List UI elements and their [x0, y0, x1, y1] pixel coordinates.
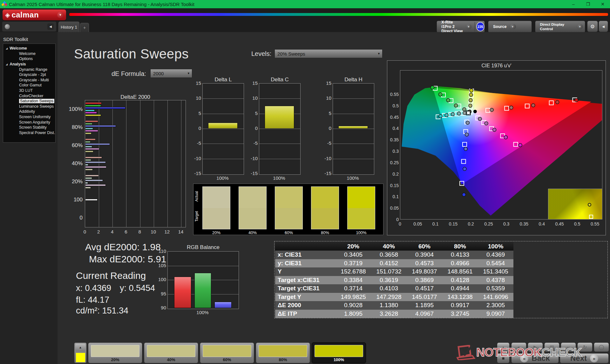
- table-cell: 3.2745: [442, 310, 478, 318]
- source-selector[interactable]: Source ▼: [488, 21, 532, 33]
- table-cell: 0.9028: [336, 301, 371, 310]
- status-orb-icon[interactable]: [5, 24, 10, 29]
- sidebar-item-grayscale-multi[interactable]: Grayscale - Multi: [3, 78, 55, 83]
- sidebar-item-screen-stability[interactable]: Screen Stability: [3, 125, 55, 130]
- toolbar-mini-button-5[interactable]: ◯: [594, 342, 609, 352]
- actual-swatch: [275, 187, 302, 208]
- display-control-dropdown-icon[interactable]: ▼: [577, 24, 583, 29]
- deltae-bar: [85, 105, 101, 107]
- cie-x-tick: 0.2: [466, 221, 476, 226]
- toolbar-mini-button-1[interactable]: ▶: [528, 342, 543, 352]
- meter-dropdown-icon[interactable]: ▼: [466, 24, 472, 29]
- target-marker: [486, 108, 490, 112]
- calman-diamond-icon: ◈: [5, 11, 10, 19]
- grid-line: [333, 129, 374, 129]
- de-formula-dropdown[interactable]: 2000 ▼: [150, 69, 192, 78]
- toolbar-mini-icon-0: ●: [517, 345, 520, 350]
- sidebar-item-dynamic-range[interactable]: Dynamic Range: [3, 67, 55, 72]
- cie-y-tick: 0: [388, 217, 399, 222]
- minimize-icon[interactable]: –: [566, 0, 581, 8]
- swatch-percent-label: 100%: [347, 230, 375, 235]
- patch-color-block: [259, 345, 307, 357]
- deltae-bar: [85, 141, 91, 143]
- display-control-selector[interactable]: Direct Display Control ▼: [535, 21, 585, 33]
- table-cell: 0.4378: [478, 276, 513, 285]
- next-chevron-icon: »: [590, 354, 598, 362]
- patch-button-60%[interactable]: 60%: [200, 342, 254, 363]
- restore-icon[interactable]: ❐: [581, 0, 595, 8]
- patch-selector-up-icon[interactable]: ▲: [75, 344, 85, 351]
- grid-line: [154, 100, 154, 227]
- y-tick-label: 15: [188, 80, 201, 86]
- tree-collapse-icon[interactable]: ◢: [6, 63, 8, 66]
- cie-diagram-panel: CIE 1976 u'v' 00.050.10.150.20.250.30.35…: [387, 60, 606, 235]
- next-button[interactable]: Next »: [560, 353, 609, 363]
- add-tab-button[interactable]: +: [80, 23, 89, 32]
- toolbar-mini-button-2[interactable]: ▥: [544, 342, 559, 352]
- actual-swatch: [239, 187, 266, 208]
- settings-gear-icon[interactable]: ⚙: [587, 21, 598, 32]
- calman-dropdown-icon[interactable]: ▼: [57, 12, 64, 18]
- sidebar-item-label: Welcome: [19, 51, 36, 56]
- patch-button-20%[interactable]: 20%: [88, 342, 142, 363]
- patch-button-40%[interactable]: 40%: [144, 342, 198, 363]
- cie-x-tick: 0.3: [501, 221, 512, 226]
- bar-shine: [85, 115, 101, 116]
- table-row: Target x:CIE310.33840.36190.38690.41280.…: [275, 276, 513, 285]
- sidebar-item-luminance-sweeps[interactable]: Luminance Sweeps: [3, 104, 55, 109]
- sidebar-item-screen-uniformity[interactable]: Screen Uniformity: [3, 114, 55, 120]
- tree-collapse-icon[interactable]: ◢: [6, 47, 8, 50]
- sidebar-item-label: Analysis: [10, 62, 26, 66]
- table-cell: 0.5359: [478, 284, 513, 293]
- patch-button-80%[interactable]: 80%: [256, 342, 310, 363]
- patch-color-block: [91, 345, 139, 357]
- calman-menu-button[interactable]: ◈ calman ▼: [3, 10, 66, 20]
- tab-history[interactable]: History 1: [58, 22, 79, 32]
- levels-dropdown[interactable]: 20% Sweeps ▼: [274, 49, 383, 58]
- patch-color-selector[interactable]: ▲: [74, 342, 87, 363]
- toolbar-mini-button-0[interactable]: ●: [511, 342, 526, 352]
- toolbar-mini-button-4[interactable]: ↻: [577, 342, 593, 352]
- grid-line: [140, 100, 140, 227]
- table-cell: 0.4152: [371, 259, 407, 268]
- sidebar-item-screen-angularity[interactable]: Screen Angularity: [3, 119, 55, 125]
- sidebar-item-grayscale-2pt[interactable]: Grayscale - 2pt: [3, 72, 55, 78]
- display-control-label: Direct Display Control: [540, 22, 574, 31]
- levels-dropdown-arrow-icon: ▼: [377, 52, 380, 55]
- sidebar-item-analysis[interactable]: ◢Analysis: [3, 62, 55, 67]
- actual-swatch: [203, 187, 230, 208]
- sidebar-item-welcome[interactable]: ◢Welcome: [3, 46, 55, 51]
- current-cdm2-value: cd/m²: 151.34: [76, 306, 128, 316]
- scroll-up-button[interactable]: ▲: [497, 342, 510, 352]
- meter-badge[interactable]: 235: [476, 22, 485, 31]
- meter-selector[interactable]: X-Rite i1Pro 2 Direct View ▼ 235: [437, 21, 485, 33]
- sidebar-item-additivity[interactable]: Additivity: [3, 109, 55, 114]
- sidebar-item-options[interactable]: Options: [3, 56, 55, 62]
- patch-label: 80%: [256, 357, 310, 362]
- bar-shine: [85, 151, 93, 152]
- deltae-bar: [85, 187, 91, 189]
- group-label: 60%: [64, 142, 83, 149]
- panel-collapse-icon[interactable]: ◀: [599, 21, 608, 32]
- deltae-chart-title: DeltaE 2000: [85, 94, 186, 100]
- patch-button-100%[interactable]: 100%: [312, 342, 366, 363]
- sidebar-item-welcome[interactable]: Welcome: [3, 51, 55, 57]
- sidebar-item-3d-lut[interactable]: 3D LUT: [3, 88, 55, 93]
- measured-marker: [510, 106, 513, 109]
- sidebar-item-label: Screen Stability: [19, 125, 47, 130]
- toolbar-mini-icon-2: ▥: [550, 344, 554, 350]
- stop-button[interactable]: ■: [497, 353, 510, 363]
- sidebar-collapse-icon[interactable]: ◀: [47, 24, 54, 30]
- source-dropdown-icon[interactable]: ▼: [509, 24, 516, 29]
- sidebar-item-spectral-power-dist-[interactable]: Spectral Power Dist.: [3, 130, 55, 136]
- toolbar-mini-button-3[interactable]: ∞: [561, 342, 576, 352]
- sidebar-item-saturation-sweeps[interactable]: Saturation Sweeps: [3, 98, 55, 104]
- sidebar-item-color-gamut[interactable]: Color Gamut: [3, 83, 55, 88]
- back-button[interactable]: « Back: [511, 353, 559, 363]
- deltae-bar: [85, 102, 102, 104]
- table-cell: 145.0177: [407, 293, 442, 301]
- deltae-bar: [85, 151, 93, 152]
- sidebar-item-colorchecker[interactable]: ColorChecker: [3, 93, 55, 98]
- close-icon[interactable]: ✕: [595, 0, 610, 8]
- bar-shine: [85, 110, 94, 111]
